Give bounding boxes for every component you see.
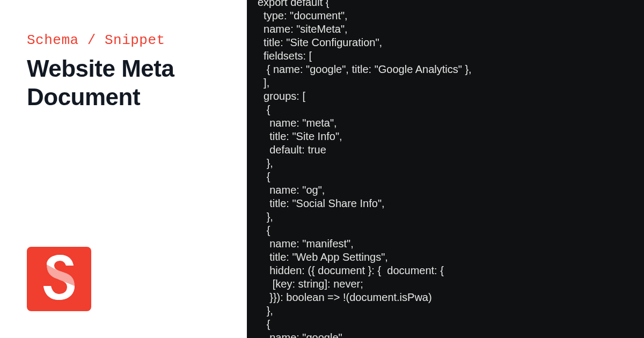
code-snippet: export default { type: "document", name:… xyxy=(258,0,633,338)
breadcrumb: Schema / Snippet xyxy=(27,32,220,48)
page-title: Website Meta Document xyxy=(27,55,220,112)
logo-s-icon xyxy=(40,255,78,303)
info-panel: Schema / Snippet Website Meta Document xyxy=(0,0,247,338)
sanity-logo xyxy=(27,247,91,311)
code-panel: export default { type: "document", name:… xyxy=(247,0,644,338)
